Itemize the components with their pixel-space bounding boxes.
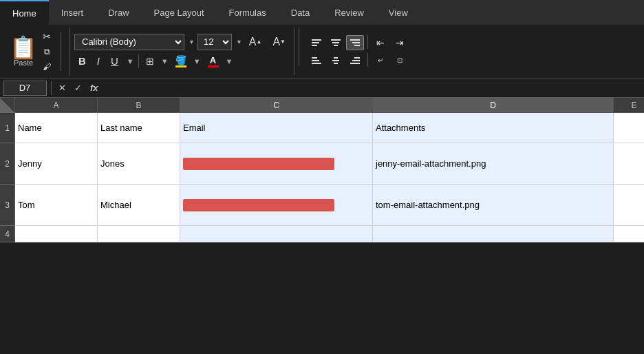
spreadsheet: A B C D E 1 Name Last name Email Attachm…	[0, 98, 644, 242]
cell-c3[interactable]	[180, 185, 373, 226]
select-all-icon	[0, 98, 15, 113]
cell-e4[interactable]	[614, 226, 644, 242]
cell-d2[interactable]: jenny-email-attachment.png	[373, 143, 614, 185]
cell-a1[interactable]: Name	[15, 113, 98, 143]
align-right-button[interactable]	[346, 35, 364, 50]
align-bottom-left-icon	[311, 56, 322, 65]
formula-input[interactable]	[104, 81, 641, 96]
font-color-icon: A	[208, 55, 219, 67]
font-selector[interactable]: Calibri (Body)	[74, 34, 184, 50]
tab-formulas[interactable]: Formulas	[217, 0, 279, 25]
fill-paint-icon: 🪣	[175, 55, 186, 65]
tab-insert[interactable]: Insert	[49, 0, 96, 25]
font-dropdown-arrow: ▼	[189, 39, 195, 45]
align-row2: ↵ ⊡	[308, 53, 409, 68]
cell-reference-input[interactable]	[3, 81, 47, 96]
paste-button[interactable]: 📋 Paste	[10, 37, 37, 67]
cell-a4[interactable]	[15, 226, 98, 242]
cell-b3[interactable]: Michael	[98, 185, 180, 226]
col-header-b[interactable]: B	[98, 98, 180, 113]
cell-e1[interactable]	[614, 113, 644, 143]
cell-a3[interactable]: Tom	[15, 185, 98, 226]
cell-b1[interactable]: Last name	[98, 113, 180, 143]
font-row1: Calibri (Body) ▼ 12 ▼ A▲ A▼	[74, 34, 290, 50]
select-all-button[interactable]	[0, 98, 15, 113]
tab-view[interactable]: View	[376, 0, 420, 25]
cell-c2[interactable]	[180, 143, 373, 185]
tab-bar: Home Insert Draw Page Layout Formulas Da…	[0, 0, 644, 25]
copy-button[interactable]: ⧉	[39, 45, 55, 59]
cancel-formula-icon[interactable]: ✕	[56, 83, 69, 93]
italic-button[interactable]: I	[93, 53, 104, 70]
align-middle-icon	[330, 56, 341, 65]
indent-more-button[interactable]: ⇥	[391, 35, 409, 50]
align-top-left-button[interactable]	[308, 35, 325, 50]
borders-arrow: ▼	[161, 57, 169, 65]
table-row: 3 Tom Michael tom-email-attachment.png	[0, 185, 644, 226]
indent-less-button[interactable]: ⇤	[372, 35, 389, 50]
wrap-text-button[interactable]: ↵	[372, 53, 389, 68]
decrease-font-button[interactable]: A▼	[268, 34, 290, 50]
tab-draw[interactable]: Draw	[96, 0, 141, 25]
fill-arrow: ▼	[193, 57, 201, 65]
alignment-group: ⇤ ⇥ ↵ ⊡	[303, 28, 413, 75]
insert-function-icon[interactable]: fx	[87, 83, 101, 93]
formula-divider	[51, 81, 52, 95]
table-row: 2 Jenny Jones jenny-email-attachment.png	[0, 143, 644, 185]
clipboard-side: ✂ ⧉ 🖌	[39, 30, 55, 74]
formula-bar: ✕ ✓ fx	[0, 79, 644, 98]
row-num-4[interactable]: 4	[0, 226, 15, 242]
borders-button[interactable]: ⊞	[142, 53, 158, 70]
cell-e2[interactable]	[614, 143, 644, 185]
col-header-c[interactable]: C	[180, 98, 373, 113]
underline-arrow: ▼	[127, 57, 134, 65]
cell-d3[interactable]: tom-email-attachment.png	[373, 185, 614, 226]
align-center-button[interactable]	[327, 35, 345, 50]
font-color-arrow: ▼	[226, 57, 233, 65]
row-num-2[interactable]: 2	[0, 143, 15, 185]
divider5	[367, 53, 368, 67]
tab-home[interactable]: Home	[0, 0, 49, 25]
row-num-1[interactable]: 1	[0, 113, 15, 143]
underline-button[interactable]: U	[107, 53, 122, 70]
cut-button[interactable]: ✂	[39, 30, 55, 43]
bold-button[interactable]: B	[74, 53, 90, 70]
cell-c4[interactable]	[180, 226, 373, 242]
format-painter-button[interactable]: 🖌	[39, 60, 55, 74]
align-middle-button[interactable]	[327, 53, 345, 68]
tab-data[interactable]: Data	[279, 0, 322, 25]
divider4	[367, 35, 368, 49]
tab-review[interactable]: Review	[322, 0, 376, 25]
font-color-a: A	[210, 55, 216, 65]
font-row2: B I U ▼ ⊞ ▼ 🪣 ▼ A ▼	[74, 53, 233, 70]
cell-b4[interactable]	[98, 226, 180, 242]
increase-font-button[interactable]: A▲	[245, 34, 266, 50]
cell-d1[interactable]: Attachments	[373, 113, 614, 143]
font-color-button[interactable]: A	[204, 53, 223, 70]
font-size-selector[interactable]: 12	[197, 34, 232, 50]
align-bottom-left-button[interactable]	[308, 53, 325, 68]
column-headers: A B C D E	[0, 98, 644, 113]
cell-d4[interactable]	[373, 226, 614, 242]
cell-e3[interactable]	[614, 185, 644, 226]
font-group: Calibri (Body) ▼ 12 ▼ A▲ A▼ B I U ▼ ⊞ ▼ …	[70, 28, 294, 75]
col-header-e[interactable]: E	[614, 98, 644, 113]
align-bottom-right-icon	[350, 56, 361, 65]
tab-page-layout[interactable]: Page Layout	[142, 0, 217, 25]
paste-icon: 📋	[10, 37, 37, 59]
confirm-formula-icon[interactable]: ✓	[72, 83, 85, 93]
col-header-a[interactable]: A	[15, 98, 98, 113]
paste-label: Paste	[14, 59, 33, 67]
fill-color-line	[175, 65, 186, 67]
cell-a2[interactable]: Jenny	[15, 143, 98, 185]
align-center-icon	[330, 38, 341, 48]
table-row: 4	[0, 226, 644, 242]
row-num-3[interactable]: 3	[0, 185, 15, 226]
col-header-d[interactable]: D	[373, 98, 614, 113]
cell-b2[interactable]: Jones	[98, 143, 180, 185]
merge-center-button[interactable]: ⊡	[391, 53, 409, 68]
fill-color-button[interactable]: 🪣	[171, 53, 191, 70]
align-bottom-right-button[interactable]	[346, 53, 364, 68]
toolbar: 📋 Paste ✂ ⧉ 🖌 Calibri (Body) ▼ 12 ▼ A▲ A…	[0, 25, 644, 79]
cell-c1[interactable]: Email	[180, 113, 373, 143]
